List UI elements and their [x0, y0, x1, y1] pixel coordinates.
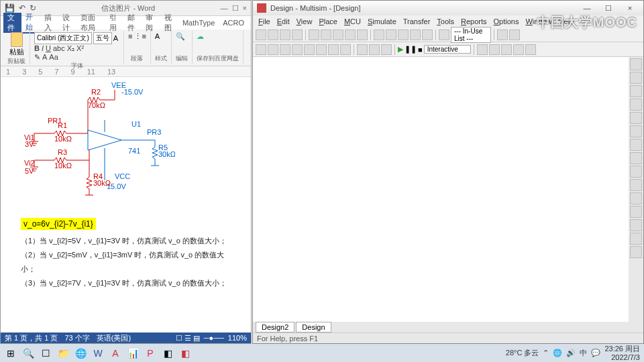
underline-button[interactable]: U: [46, 44, 51, 53]
multisim-canvas[interactable]: [253, 57, 629, 322]
task-view-icon[interactable]: ☐: [39, 347, 52, 360]
sim-icon[interactable]: [280, 44, 290, 55]
font-color-icon[interactable]: A: [42, 53, 47, 62]
tab-view[interactable]: 视图: [160, 13, 178, 33]
clear-format-icon[interactable]: Aa: [49, 53, 58, 62]
menu-edit[interactable]: Edit: [274, 17, 292, 25]
sim-icon[interactable]: [357, 44, 368, 55]
bulb-icon[interactable]: [509, 29, 520, 40]
component-icon[interactable]: [386, 29, 396, 40]
instrument-icon[interactable]: [630, 192, 642, 204]
font-name-select[interactable]: Calibri (西文正文): [34, 32, 92, 44]
clock[interactable]: 23:26 周日 2022/7/3: [604, 345, 640, 361]
italic-button[interactable]: I: [42, 44, 44, 53]
align-icon[interactable]: ≡: [128, 32, 132, 41]
copy-icon[interactable]: [321, 29, 331, 40]
highlight-icon[interactable]: ✎: [34, 53, 40, 62]
zoom-slider[interactable]: ─●──: [204, 334, 224, 342]
tab-file[interactable]: 文件: [3, 13, 21, 33]
tab-design2[interactable]: Design2: [256, 322, 294, 333]
menu-transfer[interactable]: Transfer: [400, 17, 433, 25]
new-icon[interactable]: [256, 29, 266, 40]
view-icons[interactable]: ☐ ☰ ▤: [176, 334, 200, 343]
component-icon[interactable]: [374, 29, 384, 40]
sim-icon[interactable]: [256, 44, 266, 55]
ruler[interactable]: 135791113: [1, 66, 251, 77]
print-icon[interactable]: [292, 29, 303, 40]
redo-icon[interactable]: [357, 29, 368, 40]
component-icon[interactable]: [410, 29, 421, 40]
word-taskbar-icon[interactable]: W: [91, 347, 105, 360]
instrument-icon[interactable]: [630, 206, 642, 218]
stop-button[interactable]: ■: [418, 46, 423, 54]
minimize-button[interactable]: —: [221, 4, 228, 13]
app-icon[interactable]: ◧: [178, 347, 192, 360]
component-icon[interactable]: [422, 29, 433, 40]
sub-button[interactable]: X₂: [67, 44, 74, 53]
tool-icon[interactable]: [513, 44, 524, 55]
instrument-icon[interactable]: [630, 233, 642, 245]
instrument-icon[interactable]: [630, 179, 642, 191]
pdf-icon[interactable]: A: [109, 347, 122, 360]
weather-widget[interactable]: 28°C 多云: [506, 348, 539, 358]
msim-close-button[interactable]: ×: [621, 4, 639, 13]
tool-icon[interactable]: [489, 44, 500, 55]
open-icon[interactable]: [268, 29, 278, 40]
instrument-icon[interactable]: [630, 139, 642, 151]
page-status[interactable]: 第 1 页，共 1 页: [5, 333, 58, 343]
tab-mathtype[interactable]: MathType: [178, 19, 219, 27]
tab-design[interactable]: Design: [296, 322, 331, 333]
multisim-taskbar-icon[interactable]: ◧: [161, 347, 174, 360]
tool-icon[interactable]: [525, 44, 536, 55]
interactive-select[interactable]: Interactive: [424, 45, 471, 54]
explorer-icon[interactable]: 📁: [56, 347, 70, 360]
tab-mail[interactable]: 邮件: [123, 13, 142, 33]
tab-layout[interactable]: 页面布局: [76, 13, 105, 33]
tool-icon[interactable]: [501, 44, 512, 55]
component-icon[interactable]: [439, 29, 449, 40]
instrument-icon[interactable]: [630, 246, 642, 258]
tab-design[interactable]: 设计: [58, 13, 76, 33]
sim-icon[interactable]: [381, 44, 392, 55]
edge-icon[interactable]: 🌐: [74, 347, 87, 360]
ppt-icon[interactable]: P: [144, 347, 157, 360]
menu-tools[interactable]: Tools: [434, 17, 457, 25]
tray-chevron-icon[interactable]: ⌃: [543, 349, 549, 357]
menu-reports[interactable]: Reports: [458, 17, 490, 25]
tool-icon[interactable]: [477, 44, 488, 55]
ime-indicator[interactable]: 中: [580, 348, 587, 358]
msim-maximize-button[interactable]: ☐: [599, 4, 618, 13]
sim-icon[interactable]: [268, 44, 278, 55]
document-area[interactable]: VEE -15.0V U1 741 R5 30kΩ VCC 15.0V PR3 …: [1, 77, 251, 333]
redo-icon[interactable]: ↻: [30, 3, 36, 13]
run-button[interactable]: ▶: [398, 45, 403, 54]
menu-place[interactable]: Place: [316, 17, 340, 25]
sim-icon[interactable]: [369, 44, 380, 55]
menu-file[interactable]: File: [256, 17, 273, 25]
instrument-icon[interactable]: [630, 99, 642, 111]
search-icon[interactable]: 🔍: [21, 347, 35, 360]
pause-button[interactable]: ❚❚: [405, 45, 417, 54]
undo-icon[interactable]: [345, 29, 356, 40]
menu-mcu[interactable]: MCU: [341, 17, 364, 25]
bold-button[interactable]: B: [34, 44, 40, 53]
start-button[interactable]: ⊞: [4, 347, 17, 360]
tab-ref[interactable]: 引用: [105, 13, 123, 33]
baidu-icon[interactable]: ☁: [197, 32, 239, 41]
instrument-icon[interactable]: [630, 152, 642, 164]
paste-icon[interactable]: [11, 32, 23, 47]
sim-icon[interactable]: [292, 44, 303, 55]
tab-insert[interactable]: 插入: [40, 13, 58, 33]
instrument-icon[interactable]: [630, 125, 642, 137]
msim-minimize-button[interactable]: —: [578, 4, 596, 13]
cut-icon[interactable]: [309, 29, 319, 40]
sim-icon[interactable]: [328, 44, 339, 55]
instrument-icon[interactable]: [630, 85, 642, 97]
save-icon[interactable]: 💾: [5, 3, 15, 13]
lang-status[interactable]: 英语(美国): [97, 333, 131, 343]
instrument-icon[interactable]: [630, 72, 642, 84]
grow-font-icon[interactable]: A: [113, 34, 118, 42]
instrument-icon[interactable]: [630, 112, 642, 124]
sup-button[interactable]: X²: [76, 44, 84, 53]
sim-icon[interactable]: [340, 44, 351, 55]
